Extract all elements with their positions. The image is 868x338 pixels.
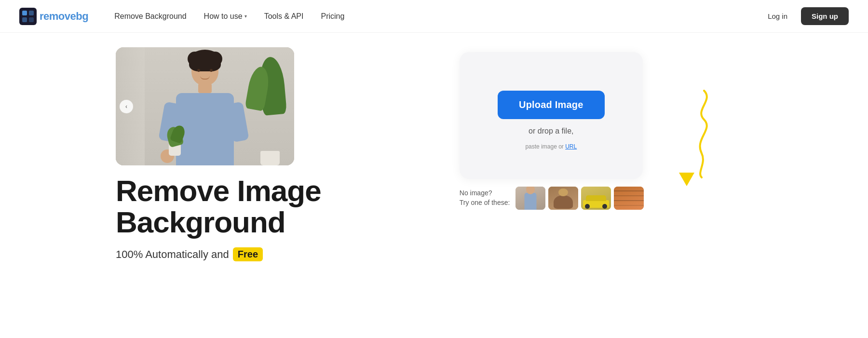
image-prev-button[interactable]: ‹ — [120, 100, 133, 113]
navbar: removebg Remove Background How to use ▾ … — [0, 0, 868, 33]
left-section: ‹ Remove Image Background 100% Automatic… — [116, 47, 321, 261]
sample-image-4[interactable] — [614, 187, 644, 210]
svg-rect-3 — [22, 17, 27, 22]
logo-icon — [19, 8, 37, 25]
nav-item-tools-api[interactable]: Tools & API — [258, 8, 311, 25]
no-image-label: No image? Try one of these: — [460, 189, 510, 207]
signup-button[interactable]: Sign up — [801, 7, 849, 25]
nav-item-how-to-use[interactable]: How to use ▾ — [197, 8, 254, 25]
sample-image-3[interactable] — [581, 187, 611, 210]
hero-title: Remove Image Background — [116, 175, 321, 238]
svg-rect-1 — [22, 11, 27, 15]
hero-image-bg — [116, 47, 294, 165]
free-badge: Free — [233, 247, 263, 261]
paste-text: paste image or URL — [525, 143, 577, 150]
logo-text: removebg — [40, 10, 88, 23]
hero-image: ‹ — [116, 47, 294, 165]
svg-rect-2 — [29, 11, 34, 15]
sample-section: No image? Try one of these: — [460, 187, 643, 210]
deco-triangle — [679, 173, 694, 186]
logo[interactable]: removebg — [19, 8, 88, 25]
svg-rect-0 — [19, 8, 37, 25]
sample-image-1[interactable] — [515, 187, 545, 210]
login-button[interactable]: Log in — [762, 8, 793, 24]
sample-images — [515, 187, 644, 210]
nav-links: Remove Background How to use ▾ Tools & A… — [108, 8, 762, 25]
chevron-down-icon: ▾ — [244, 14, 247, 19]
nav-item-pricing[interactable]: Pricing — [314, 8, 351, 25]
upload-image-button[interactable]: Upload Image — [498, 91, 605, 119]
right-section: Upload Image or drop a file, paste image… — [350, 47, 752, 210]
hero-subtitle: 100% Automatically and Free — [116, 247, 321, 261]
upload-card: Upload Image or drop a file, paste image… — [460, 52, 643, 179]
nav-right: Log in Sign up — [762, 7, 849, 25]
svg-rect-4 — [29, 17, 34, 22]
url-link[interactable]: URL — [565, 143, 577, 150]
nav-item-remove-background[interactable]: Remove Background — [108, 8, 193, 25]
main-content: ‹ Remove Image Background 100% Automatic… — [0, 33, 868, 261]
drop-text: or drop a file, — [529, 127, 573, 135]
sample-image-2[interactable] — [548, 187, 578, 210]
